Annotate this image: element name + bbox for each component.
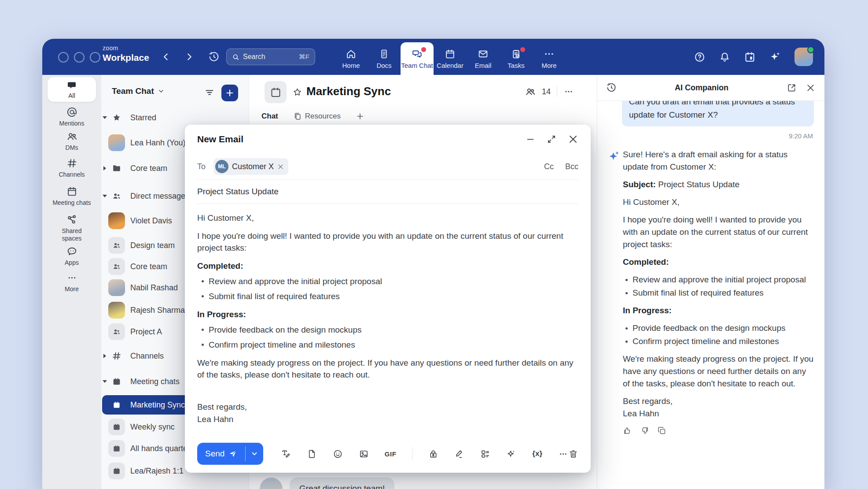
- search-placeholder: Search: [243, 53, 295, 61]
- add-tab-button[interactable]: [356, 112, 364, 121]
- search-input[interactable]: Search ⌘F: [226, 48, 315, 65]
- list-item: Provide feedback on the design mockups: [197, 324, 578, 336]
- help-icon[interactable]: [694, 51, 706, 63]
- tab-docs[interactable]: Docs: [368, 42, 401, 75]
- close-icon[interactable]: [568, 134, 578, 144]
- modal-header: New Email: [197, 125, 578, 154]
- tasks-unread-badge: [520, 47, 525, 52]
- filter-icon[interactable]: [204, 87, 215, 98]
- send-button[interactable]: Send: [197, 443, 245, 465]
- user-avatar[interactable]: [794, 48, 813, 66]
- avatar: [108, 302, 125, 319]
- gif-button[interactable]: GIF: [385, 450, 397, 458]
- sidebar-item-mentions[interactable]: Mentions: [42, 107, 101, 127]
- topbar-right-cluster: [694, 39, 813, 75]
- people-filled-icon: [108, 258, 125, 275]
- tab-more[interactable]: More: [533, 42, 566, 75]
- search-shortcut: ⌘F: [299, 53, 309, 61]
- notifications-bell-icon[interactable]: [719, 51, 731, 63]
- to-label: To: [197, 162, 206, 171]
- history-icon[interactable]: [208, 51, 220, 63]
- caret-right-icon[interactable]: [102, 166, 107, 170]
- ai-intro: I hope you're doing well! I wanted to pr…: [623, 214, 814, 251]
- minimize-window-button[interactable]: [74, 52, 85, 63]
- ai-conversation[interactable]: Can you draft an email that provides a s…: [597, 101, 824, 489]
- thumbs-up-icon[interactable]: [623, 426, 632, 435]
- calendar-filled-icon: [108, 440, 125, 457]
- text-format-icon[interactable]: [281, 449, 291, 459]
- zoom-workplace-logo: zoom Workplace: [103, 45, 149, 62]
- email-greeting: Hi Customer X,: [197, 212, 578, 224]
- bcc-button[interactable]: Bcc: [565, 162, 578, 171]
- header-divider: [557, 86, 557, 97]
- expand-icon[interactable]: [547, 134, 556, 144]
- template-layout-icon[interactable]: [480, 449, 490, 459]
- zoom-window-button[interactable]: [90, 52, 100, 63]
- tab-team-chat[interactable]: Team Chat: [401, 42, 434, 75]
- send-options-chevron[interactable]: [246, 443, 263, 465]
- new-chat-button[interactable]: [221, 85, 238, 101]
- calendar-date-icon[interactable]: [744, 51, 756, 63]
- encrypt-lock-icon[interactable]: [428, 449, 438, 459]
- chevron-down-icon: [158, 88, 165, 95]
- email-body-editor[interactable]: Hi Customer X, I hope you're doing well!…: [197, 204, 578, 426]
- ai-signature: Lea Hahn: [623, 408, 814, 420]
- subject-field[interactable]: Project Status Update: [197, 180, 578, 204]
- close-window-button[interactable]: [58, 52, 69, 63]
- favorite-star-icon[interactable]: [292, 87, 302, 97]
- sidebar-item-shared-spaces[interactable]: Shared spaces: [42, 214, 101, 242]
- caret-down-icon[interactable]: [102, 195, 107, 197]
- calendar-filled-icon: [108, 419, 125, 435]
- caret-down-icon[interactable]: [102, 380, 107, 383]
- send-plane-icon: [228, 449, 237, 458]
- back-button[interactable]: [160, 51, 172, 63]
- ai-compose-sparkle-icon[interactable]: [506, 449, 516, 459]
- email-signoff: Best regards,: [197, 401, 578, 413]
- thumbs-down-icon[interactable]: [640, 426, 649, 435]
- tab-resources[interactable]: Resources: [293, 112, 341, 121]
- remove-recipient-icon[interactable]: [277, 163, 284, 170]
- tab-home[interactable]: Home: [335, 42, 368, 75]
- caret-down-icon[interactable]: [102, 116, 107, 119]
- sidebar-item-channels[interactable]: Channels: [42, 158, 101, 178]
- compose-toolbar: Send GIF {x}: [197, 442, 578, 466]
- tab-email[interactable]: Email: [467, 42, 500, 75]
- minimize-icon[interactable]: [526, 134, 535, 144]
- chat-panel-title[interactable]: Team Chat: [112, 86, 165, 96]
- tab-calendar[interactable]: Calendar: [434, 42, 467, 75]
- message-avatar[interactable]: [260, 478, 283, 489]
- list-item: Confirm project timeline and milestones: [623, 335, 814, 348]
- ai-response-body: Sure! Here's a draft email asking for a …: [623, 148, 814, 435]
- calendar-filled-icon: [108, 463, 125, 479]
- sidebar-item-dms[interactable]: DMs: [42, 131, 101, 152]
- ai-history-icon[interactable]: [606, 82, 617, 93]
- cc-button[interactable]: Cc: [544, 162, 554, 171]
- emoji-icon[interactable]: [333, 449, 343, 459]
- channels-hash-icon: [66, 158, 77, 169]
- copy-icon[interactable]: [657, 426, 666, 435]
- forward-button[interactable]: [184, 51, 195, 63]
- channel-title: Marketing Sync: [306, 85, 391, 98]
- recipients-row[interactable]: To ML Customer X Cc Bcc: [197, 154, 578, 179]
- pop-out-icon[interactable]: [787, 83, 797, 93]
- apps-bubble-icon: [66, 246, 77, 257]
- sidebar-item-meeting-chats[interactable]: Meeting chats: [42, 186, 101, 207]
- attach-file-icon[interactable]: [307, 449, 317, 459]
- variable-button[interactable]: {x}: [532, 449, 542, 458]
- signature-pen-icon[interactable]: [454, 449, 464, 459]
- recipient-chip[interactable]: ML Customer X: [213, 158, 288, 175]
- discard-trash-icon[interactable]: [568, 449, 578, 459]
- sidebar-item-more[interactable]: More: [42, 272, 101, 293]
- image-icon[interactable]: [359, 449, 369, 459]
- channel-more-icon[interactable]: [563, 86, 574, 97]
- members-icon[interactable]: [525, 86, 536, 97]
- toolbar-more-icon[interactable]: [558, 449, 568, 459]
- caret-right-icon[interactable]: [102, 354, 107, 358]
- tab-chat[interactable]: Chat: [261, 112, 278, 121]
- topbar: zoom Workplace Search ⌘F Home: [42, 39, 824, 75]
- close-icon[interactable]: [805, 83, 816, 93]
- sidebar-item-apps[interactable]: Apps: [42, 246, 101, 267]
- ai-companion-sparkle-icon[interactable]: [769, 51, 781, 63]
- sidebar-item-all[interactable]: All: [48, 77, 96, 102]
- tab-tasks[interactable]: Tasks: [500, 42, 533, 75]
